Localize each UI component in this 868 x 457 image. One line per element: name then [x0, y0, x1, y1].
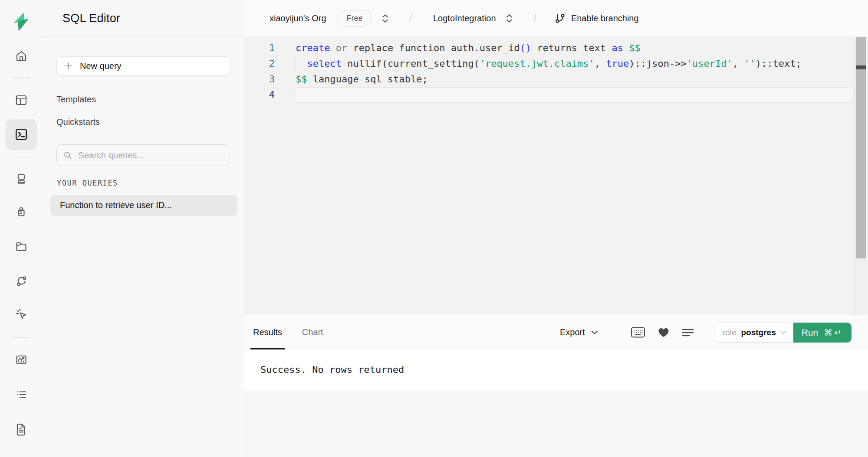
storage-icon: [15, 240, 28, 253]
git-branch-icon: [555, 13, 566, 24]
export-label: Export: [560, 327, 585, 337]
code-line[interactable]: 4: [243, 87, 854, 103]
line-number: 4: [243, 87, 275, 103]
page-title: SQL Editor: [62, 12, 120, 25]
code-text: [275, 87, 854, 103]
export-button[interactable]: Export: [560, 327, 598, 337]
sidebar-item-storage[interactable]: [6, 231, 37, 262]
breadcrumb-separator: /: [410, 13, 412, 24]
supabase-logo-icon: [12, 12, 30, 32]
sidebar-item-quickstarts[interactable]: Quickstarts: [56, 114, 100, 130]
code-text: create or replace function auth.user_id(…: [275, 40, 854, 56]
breadcrumb-org[interactable]: xiaoyijun's Org: [270, 13, 326, 23]
tab-results[interactable]: Results: [250, 315, 285, 349]
plan-badge-label: Free: [347, 14, 363, 23]
run-shortcut: ⌘↵: [824, 327, 843, 338]
result-message: Success. No rows returned: [260, 364, 404, 375]
keyboard-icon: [631, 326, 645, 338]
breadcrumb-project[interactable]: LogtoIntegration: [433, 13, 496, 23]
line-number: 2: [243, 56, 275, 72]
table-editor-icon: [15, 94, 28, 107]
code-line[interactable]: 2 select nullif(current_setting('request…: [243, 56, 854, 72]
your-queries-section-label: YOUR QUERIES: [57, 179, 118, 187]
chevron-down-icon: [592, 330, 598, 335]
role-select[interactable]: role postgres: [714, 323, 793, 343]
line-number: 1: [243, 40, 275, 56]
keyboard-shortcuts-button[interactable]: [631, 326, 645, 338]
home-icon: [15, 49, 28, 62]
advisors-icon: [15, 307, 28, 320]
code-lines[interactable]: 1create or replace function auth.user_id…: [243, 40, 854, 103]
rail-divider: [11, 157, 31, 157]
reports-icon: [15, 353, 28, 366]
tab-results-label: Results: [253, 327, 282, 337]
sidebar-header: SQL Editor: [43, 0, 243, 37]
chevron-down-icon: [781, 330, 786, 334]
search-icon: [63, 150, 72, 160]
results-toolbar: Results Chart Export: [243, 315, 868, 350]
enable-branching-label: Enable branching: [571, 13, 639, 23]
quickstarts-label: Quickstarts: [56, 117, 100, 127]
editor-scrollbar-thumb[interactable]: [856, 37, 866, 258]
rail-divider: [11, 77, 31, 78]
sidebar-item-database[interactable]: [6, 164, 37, 195]
plus-icon: [64, 61, 73, 71]
supabase-logo[interactable]: [6, 12, 37, 32]
new-query-label: New query: [80, 61, 122, 71]
code-text: select nullif(current_setting('request.j…: [275, 56, 854, 72]
indent-guide: [296, 58, 296, 69]
sidebar-item-api-docs[interactable]: [6, 414, 37, 445]
scrollbar-cursor-marker: [856, 65, 866, 69]
project-switcher-icon[interactable]: [506, 13, 513, 23]
run-button[interactable]: Run ⌘↵: [793, 323, 852, 343]
toolbar-actions: Export: [560, 323, 868, 343]
sidebar-item-templates[interactable]: Templates: [56, 91, 96, 107]
sidebar-item-reports[interactable]: [6, 344, 37, 375]
org-switcher-icon[interactable]: [381, 13, 389, 23]
line-number: 3: [243, 72, 275, 87]
templates-label: Templates: [56, 95, 96, 104]
role-select-label: role: [723, 328, 736, 337]
sidebar-item-logs[interactable]: [6, 379, 37, 410]
sql-editor-app: SQL Editor New query Templates Quickstar…: [0, 0, 868, 457]
code-text: $$ language sql stable;: [275, 72, 854, 87]
role-run-group: role postgres Run ⌘↵: [714, 323, 852, 343]
run-label: Run: [802, 327, 819, 338]
sidebar-item-authentication[interactable]: [6, 197, 37, 228]
enable-branching-button[interactable]: Enable branching: [555, 13, 639, 24]
sidebar-item-home[interactable]: [6, 40, 37, 72]
sidebar-item-realtime[interactable]: [6, 265, 37, 297]
breadcrumb-separator: /: [534, 13, 536, 24]
rail-divider: [11, 337, 31, 338]
saved-query-label: Function to retrieve user ID...: [60, 200, 172, 210]
query-result-row: Success. No rows returned: [243, 349, 868, 390]
role-select-value: postgres: [741, 328, 776, 337]
sql-editor-icon: [14, 127, 28, 141]
sidebar-item-sql-editor[interactable]: [6, 119, 37, 150]
editor-scrollbar[interactable]: [855, 37, 866, 315]
tab-chart[interactable]: Chart: [299, 315, 326, 349]
realtime-icon: [15, 274, 28, 287]
code-line[interactable]: 1create or replace function auth.user_id…: [243, 40, 854, 56]
code-editor[interactable]: 1create or replace function auth.user_id…: [243, 36, 868, 316]
text-lines-icon: [682, 327, 694, 338]
new-query-button[interactable]: New query: [56, 56, 230, 75]
plan-badge[interactable]: Free: [338, 10, 372, 26]
search-queries-box: [56, 144, 230, 166]
breadcrumb-bar: xiaoyijun's Org Free / LogtoIntegration …: [243, 0, 868, 37]
search-queries-input[interactable]: [78, 150, 223, 161]
format-lines-button[interactable]: [682, 327, 694, 338]
sql-editor-sidebar: SQL Editor New query Templates Quickstar…: [43, 0, 244, 457]
saved-query-item[interactable]: Function to retrieve user ID...: [50, 195, 237, 216]
favorite-button[interactable]: [658, 326, 670, 338]
tab-chart-label: Chart: [302, 327, 323, 337]
api-docs-icon: [15, 423, 28, 436]
results-footer: [243, 390, 868, 457]
sidebar-item-table-editor[interactable]: [6, 85, 37, 116]
sidebar-item-advisors[interactable]: [6, 298, 37, 330]
code-line[interactable]: 3$$ language sql stable;: [243, 72, 854, 87]
auth-icon: [15, 206, 28, 219]
database-icon: [15, 173, 28, 186]
logs-icon: [15, 388, 28, 401]
heart-icon: [658, 326, 670, 338]
